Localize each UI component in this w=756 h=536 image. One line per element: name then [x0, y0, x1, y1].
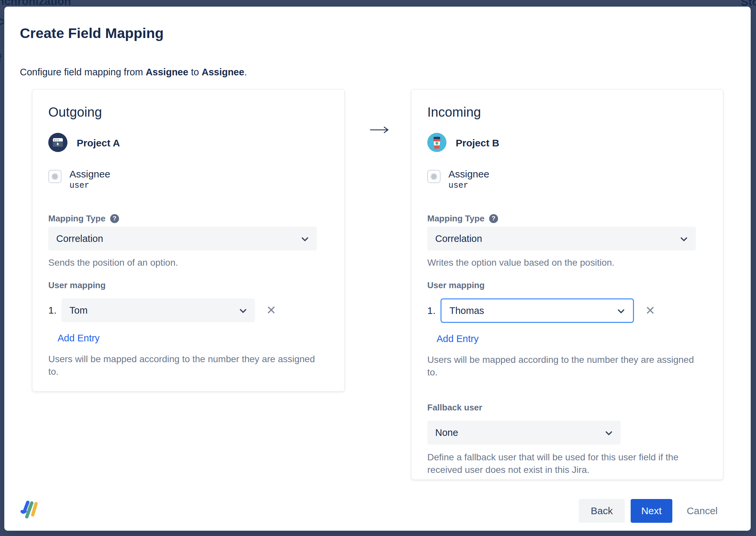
- field-starburst-icon: [427, 170, 441, 183]
- incoming-field-type: user: [448, 181, 489, 190]
- next-button[interactable]: Next: [631, 499, 672, 523]
- incoming-card: Incoming Project B As: [411, 89, 723, 480]
- back-button[interactable]: Back: [579, 499, 625, 523]
- outgoing-user-mapping-description: Users will be mapped according to the nu…: [48, 353, 323, 378]
- project-b-coffee-cup-icon: [427, 133, 446, 153]
- outgoing-user-mapping-label: User mapping: [48, 280, 328, 290]
- mapping-type-label: Mapping Type: [427, 213, 484, 224]
- outgoing-field-name: Assignee: [69, 169, 110, 180]
- chevron-down-icon: [605, 427, 613, 438]
- incoming-mapping-type-value: Correlation: [435, 233, 482, 244]
- dialog-subtitle: Configure field mapping from Assignee to…: [20, 67, 247, 78]
- fallback-user-description: Define a fallback user that will be used…: [427, 451, 702, 476]
- dialog-title: Create Field Mapping: [20, 25, 164, 41]
- subtitle-suffix: .: [244, 67, 247, 77]
- help-icon[interactable]: ?: [110, 214, 119, 223]
- outgoing-user-value: Tom: [69, 305, 88, 316]
- incoming-user-mapping-description: Users will be mapped according to the nu…: [427, 354, 702, 379]
- outgoing-user-mapping-entry: 1. Tom ✕: [48, 298, 328, 322]
- remove-entry-icon[interactable]: ✕: [645, 305, 655, 317]
- exalate-logo: [20, 498, 39, 519]
- fallback-user-select[interactable]: None: [427, 421, 621, 444]
- incoming-user-mapping-label: User mapping: [427, 280, 707, 290]
- chevron-down-icon: [617, 305, 625, 316]
- field-starburst-icon: [48, 170, 62, 183]
- incoming-mapping-type-label-row: Mapping Type ?: [427, 213, 707, 223]
- incoming-mapping-type-description: Writes the option value based on the pos…: [427, 256, 707, 269]
- subtitle-prefix: Configure field mapping from: [20, 67, 146, 77]
- incoming-project-name: Project B: [456, 137, 499, 149]
- outgoing-heading: Outgoing: [48, 105, 328, 120]
- incoming-heading: Incoming: [427, 105, 707, 120]
- entry-index: 1.: [427, 305, 441, 316]
- incoming-mapping-type-select[interactable]: Correlation: [427, 227, 696, 250]
- mapping-direction-arrow-icon: [369, 125, 392, 136]
- incoming-field-info: Assignee user: [448, 169, 489, 190]
- outgoing-card: Outgoing Project A: [32, 89, 345, 392]
- chevron-down-icon: [680, 233, 688, 244]
- remove-entry-icon[interactable]: ✕: [266, 304, 276, 316]
- incoming-field-row: Assignee user: [427, 169, 707, 190]
- outgoing-mapping-type-select[interactable]: Correlation: [48, 227, 317, 250]
- create-field-mapping-dialog: Create Field Mapping Configure field map…: [4, 7, 751, 531]
- help-icon[interactable]: ?: [489, 214, 498, 223]
- outgoing-project-row: Project A: [48, 134, 328, 153]
- outgoing-field-info: Assignee user: [69, 169, 110, 190]
- outgoing-project-name: Project A: [77, 137, 120, 149]
- backdrop-text-fragment: tif: [0, 52, 1, 64]
- chevron-down-icon: [301, 233, 309, 244]
- outgoing-add-entry-link[interactable]: Add Entry: [58, 333, 100, 344]
- subtitle-source-field: Assignee: [146, 67, 188, 77]
- incoming-user-mapping-entry: 1. Thomas ✕: [427, 298, 707, 323]
- outgoing-field-row: Assignee user: [48, 169, 328, 190]
- subtitle-target-field: Assignee: [202, 67, 244, 77]
- incoming-user-value: Thomas: [449, 305, 484, 316]
- fallback-user-value: None: [435, 427, 458, 438]
- incoming-user-select-focused[interactable]: Thomas: [441, 298, 634, 323]
- project-a-browser-icon: [48, 133, 67, 153]
- outgoing-mapping-type-label-row: Mapping Type ?: [48, 213, 328, 223]
- mapping-type-label: Mapping Type: [48, 213, 105, 224]
- cancel-button[interactable]: Cancel: [678, 499, 724, 523]
- chevron-down-icon: [239, 305, 247, 316]
- dialog-footer-actions: Back Next Cancel: [579, 499, 724, 523]
- incoming-project-row: Project B: [427, 134, 707, 153]
- fallback-user-label: Fallback user: [427, 402, 707, 413]
- incoming-add-entry-link[interactable]: Add Entry: [437, 333, 479, 344]
- incoming-field-name: Assignee: [448, 169, 489, 180]
- outgoing-field-type: user: [69, 181, 110, 190]
- outgoing-user-select[interactable]: Tom: [62, 298, 255, 322]
- outgoing-mapping-type-description: Sends the position of an option.: [48, 256, 328, 269]
- entry-index: 1.: [48, 305, 62, 316]
- outgoing-mapping-type-value: Correlation: [56, 233, 103, 244]
- subtitle-middle: to: [188, 67, 201, 77]
